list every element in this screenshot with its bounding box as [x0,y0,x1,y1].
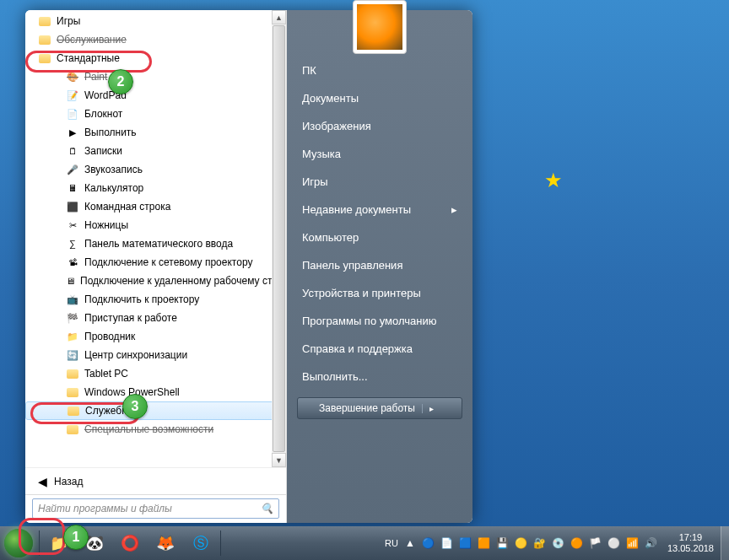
right-panel-item[interactable]: Компьютер [287,223,472,251]
tray-icon-3[interactable]: 🟦 [458,536,473,551]
program-folder[interactable]: Игры [25,12,286,30]
start-menu: ИгрыОбслуживаниеСтандартные🎨Paint📝WordPa… [25,10,472,523]
program-item[interactable]: 🖥Подключение к удаленному рабочему столу [25,272,286,290]
desktop-recycle-icon[interactable]: ★ [544,169,563,192]
right-panel-item[interactable]: Музыка [287,140,472,168]
program-item[interactable]: 🎤Звукозапись [25,160,286,179]
tray-icon-1[interactable]: 🔵 [421,536,436,551]
start-button[interactable] [0,526,37,560]
clock-date: 13.05.2018 [667,543,714,554]
rdp-icon: 🖥 [66,274,75,288]
program-item[interactable]: 🎨Paint [25,67,286,86]
program-item[interactable]: 🗒Записки [25,142,286,160]
right-panel-item[interactable]: Недавние документы▸ [287,196,472,223]
program-label: Tablet PC [84,368,128,380]
program-item[interactable]: ▶Выполнить [25,123,286,142]
back-button[interactable]: ◀ Назад [25,467,286,494]
tray-icon-4[interactable]: 🟧 [477,536,492,551]
right-item-label: Компьютер [302,231,359,244]
program-label: Панель математического ввода [84,238,233,250]
scroll-up-button[interactable]: ▲ [272,10,286,24]
notepad-icon: 📄 [66,107,79,121]
right-panel-item[interactable]: Изображения [287,112,472,140]
right-panel-item[interactable]: Игры [287,168,472,196]
shutdown-options-arrow[interactable]: ▸ [422,404,440,413]
taskbar-app-opera[interactable]: ⭕ [112,529,148,557]
right-item-label: Выполнить... [302,370,368,383]
show-desktop-button[interactable] [721,526,729,560]
program-item[interactable]: 📺Подключить к проектору [25,290,286,309]
program-label: Подключение к сетевому проектору [84,256,252,268]
program-label: Калькулятор [84,182,143,194]
tray-up-icon[interactable]: ▲ [402,536,418,551]
shutdown-button[interactable]: Завершение работы▸ [297,397,462,419]
right-item-label: Справка и поддержка [302,342,413,355]
program-label: Записки [84,145,122,157]
tray-icon-2[interactable]: 📄 [440,536,455,551]
tray-icon-5[interactable]: 💾 [495,536,510,551]
user-picture-frame[interactable] [353,0,407,54]
right-panel-item[interactable]: Документы [287,84,472,112]
folder-icon [38,33,51,46]
program-label: Обслуживание [57,34,127,46]
program-folder[interactable]: Обслуживание [25,30,286,49]
tray-icon-9[interactable]: 🟠 [570,536,585,551]
program-item[interactable]: 📽Подключение к сетевому проектору [25,253,286,272]
start-icon: 🏁 [66,311,79,325]
program-item[interactable]: 🔄Центр синхронизации [25,346,286,364]
search-input[interactable]: Найти программы и файлы 🔍 [32,498,279,519]
program-folder[interactable]: Стандартные [25,49,286,67]
math-icon: ∑ [66,237,79,250]
tray-flag-icon[interactable]: 🏳️ [588,536,603,551]
program-label: Стандартные [57,52,120,64]
taskbar: 📁 🐼 ⭕ 🦊 Ⓢ RU ▲ 🔵 📄 🟦 🟧 💾 🟡 🔐 💿 🟠 🏳️ ⚪ 📶 … [0,526,729,560]
shutdown-label: Завершение работы [319,402,415,414]
scrollbar[interactable]: ▲ ▼ [272,10,286,467]
taskbar-app-skype[interactable]: Ⓢ [183,529,219,557]
right-item-label: Устройства и принтеры [302,287,421,299]
scroll-down-button[interactable]: ▼ [272,453,286,467]
taskbar-app-firefox[interactable]: 🦊 [148,529,183,557]
system-tray: RU ▲ 🔵 📄 🟦 🟧 💾 🟡 🔐 💿 🟠 🏳️ ⚪ 📶 🔊 17:19 13… [382,526,729,560]
folder-icon [67,404,80,417]
program-label: Блокнот [84,108,122,120]
right-panel-item[interactable]: Справка и поддержка [287,335,472,363]
notes-icon: 🗒 [66,144,79,158]
tray-icon-8[interactable]: 💿 [551,536,566,551]
folder-icon [66,385,79,399]
program-item[interactable]: 📝WordPad [25,86,286,105]
program-item[interactable]: ✂Ножницы [25,216,286,234]
right-panel-item[interactable]: Устройства и принтеры [287,279,472,307]
tray-icon-6[interactable]: 🟡 [514,536,529,551]
program-item[interactable]: ∑Панель математического ввода [25,234,286,253]
right-panel-item[interactable]: Выполнить... [287,363,472,390]
program-folder[interactable]: Windows PowerShell [25,383,286,401]
program-label: Приступая к работе [84,312,177,324]
program-item[interactable]: 📄Блокнот [25,105,286,123]
program-label: Paint [84,71,107,83]
tray-network-icon[interactable]: 📶 [625,536,640,551]
right-panel-item[interactable]: Панель управления [287,251,472,279]
tray-icon-10[interactable]: ⚪ [607,536,622,551]
program-item[interactable]: 📁Проводник [25,327,286,346]
program-label: Звукозапись [84,164,143,175]
right-panel-item[interactable]: ПК [287,57,472,84]
tray-volume-icon[interactable]: 🔊 [644,536,659,551]
program-label: Игры [57,15,80,27]
program-folder[interactable]: Специальные возможности [25,420,286,439]
program-folder[interactable]: Tablet PC [25,364,286,383]
taskbar-clock[interactable]: 17:19 13.05.2018 [661,532,721,554]
right-panel-item[interactable]: Программы по умолчанию [287,307,472,335]
lang-indicator[interactable]: RU [384,536,399,551]
right-item-label: Программы по умолчанию [302,315,436,327]
scroll-thumb[interactable] [273,25,285,452]
tray-icon-7[interactable]: 🔐 [532,536,548,551]
program-folder[interactable]: Служебные [25,401,286,420]
snip-icon: ✂ [66,218,79,232]
program-item[interactable]: 🏁Приступая к работе [25,309,286,327]
right-item-label: ПК [302,64,316,77]
explorer-icon: 📁 [66,330,79,343]
program-label: Командная строка [84,201,170,213]
program-item[interactable]: ⬛Командная строка [25,197,286,216]
program-item[interactable]: 🖩Калькулятор [25,179,286,197]
